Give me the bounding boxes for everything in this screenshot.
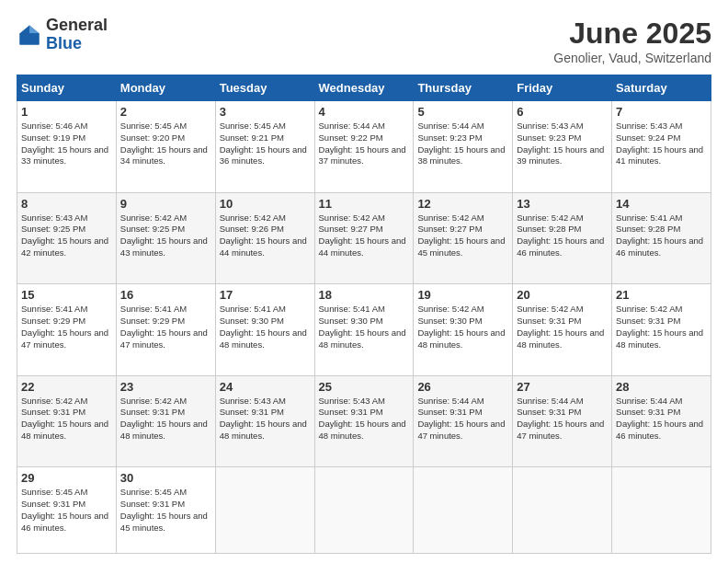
cell-info: Sunrise: 5:44 AMSunset: 9:31 PMDaylight:… (517, 396, 604, 441)
calendar-header-thursday: Thursday (414, 75, 513, 101)
calendar-cell: 9 Sunrise: 5:42 AMSunset: 9:25 PMDayligh… (116, 192, 215, 284)
cell-info: Sunrise: 5:42 AMSunset: 9:31 PMDaylight:… (21, 396, 108, 441)
calendar-cell: 18 Sunrise: 5:41 AMSunset: 9:30 PMDaylig… (314, 284, 414, 376)
cell-info: Sunrise: 5:44 AMSunset: 9:31 PMDaylight:… (417, 396, 505, 441)
day-number: 17 (220, 288, 311, 302)
day-number: 28 (616, 380, 707, 394)
calendar-cell: 1 Sunrise: 5:46 AMSunset: 9:19 PMDayligh… (17, 101, 117, 193)
day-number: 5 (417, 105, 508, 119)
calendar-cell: 5 Sunrise: 5:44 AMSunset: 9:23 PMDayligh… (414, 101, 513, 193)
calendar-cell: 2 Sunrise: 5:45 AMSunset: 9:20 PMDayligh… (116, 101, 215, 193)
calendar-cell: 25 Sunrise: 5:43 AMSunset: 9:31 PMDaylig… (314, 375, 414, 467)
day-number: 18 (319, 288, 410, 302)
day-number: 7 (616, 105, 707, 119)
cell-info: Sunrise: 5:41 AMSunset: 9:30 PMDaylight:… (220, 304, 307, 349)
day-number: 14 (616, 197, 707, 211)
calendar-cell: 26 Sunrise: 5:44 AMSunset: 9:31 PMDaylig… (414, 375, 513, 467)
logo-blue-text: Blue (46, 34, 82, 52)
day-number: 4 (319, 105, 410, 119)
cell-info: Sunrise: 5:42 AMSunset: 9:30 PMDaylight:… (417, 304, 505, 349)
cell-info: Sunrise: 5:42 AMSunset: 9:31 PMDaylight:… (517, 304, 604, 349)
calendar-cell: 16 Sunrise: 5:41 AMSunset: 9:29 PMDaylig… (116, 284, 215, 376)
header: General Blue June 2025 Genolier, Vaud, S… (17, 17, 711, 65)
calendar-header-sunday: Sunday (17, 75, 117, 101)
day-number: 9 (120, 197, 211, 211)
logo-general: General (46, 16, 108, 34)
calendar-cell (612, 467, 711, 554)
calendar-cell: 28 Sunrise: 5:44 AMSunset: 9:31 PMDaylig… (612, 375, 711, 467)
calendar-cell (414, 467, 513, 554)
cell-info: Sunrise: 5:42 AMSunset: 9:26 PMDaylight:… (220, 213, 307, 258)
cell-info: Sunrise: 5:44 AMSunset: 9:22 PMDaylight:… (319, 121, 406, 166)
day-number: 8 (21, 197, 112, 211)
logo-icon (17, 22, 42, 48)
cell-info: Sunrise: 5:43 AMSunset: 9:31 PMDaylight:… (220, 396, 307, 441)
calendar-cell: 6 Sunrise: 5:43 AMSunset: 9:23 PMDayligh… (513, 101, 612, 193)
cell-info: Sunrise: 5:43 AMSunset: 9:24 PMDaylight:… (616, 121, 703, 166)
calendar-week-1: 1 Sunrise: 5:46 AMSunset: 9:19 PMDayligh… (17, 101, 711, 193)
calendar-cell: 19 Sunrise: 5:42 AMSunset: 9:30 PMDaylig… (414, 284, 513, 376)
calendar-week-2: 8 Sunrise: 5:43 AMSunset: 9:25 PMDayligh… (17, 192, 711, 284)
cell-info: Sunrise: 5:42 AMSunset: 9:31 PMDaylight:… (616, 304, 703, 349)
page: General Blue June 2025 Genolier, Vaud, S… (0, 0, 728, 563)
calendar-cell: 11 Sunrise: 5:42 AMSunset: 9:27 PMDaylig… (314, 192, 414, 284)
calendar-cell: 22 Sunrise: 5:42 AMSunset: 9:31 PMDaylig… (17, 375, 117, 467)
cell-info: Sunrise: 5:42 AMSunset: 9:27 PMDaylight:… (417, 213, 505, 258)
day-number: 30 (120, 471, 211, 485)
day-number: 26 (417, 380, 508, 394)
cell-info: Sunrise: 5:45 AMSunset: 9:20 PMDaylight:… (120, 121, 208, 166)
svg-marker-1 (29, 25, 40, 33)
calendar-cell: 17 Sunrise: 5:41 AMSunset: 9:30 PMDaylig… (215, 284, 314, 376)
calendar-header-tuesday: Tuesday (215, 75, 314, 101)
calendar-header-friday: Friday (513, 75, 612, 101)
cell-info: Sunrise: 5:41 AMSunset: 9:28 PMDaylight:… (616, 213, 703, 258)
day-number: 1 (21, 105, 112, 119)
calendar-cell: 24 Sunrise: 5:43 AMSunset: 9:31 PMDaylig… (215, 375, 314, 467)
cell-info: Sunrise: 5:45 AMSunset: 9:21 PMDaylight:… (220, 121, 307, 166)
logo-text: General Blue (46, 17, 108, 53)
day-number: 20 (517, 288, 608, 302)
calendar-cell: 23 Sunrise: 5:42 AMSunset: 9:31 PMDaylig… (116, 375, 215, 467)
calendar-cell: 7 Sunrise: 5:43 AMSunset: 9:24 PMDayligh… (612, 101, 711, 193)
cell-info: Sunrise: 5:42 AMSunset: 9:27 PMDaylight:… (319, 213, 406, 258)
day-number: 13 (517, 197, 608, 211)
calendar-cell: 20 Sunrise: 5:42 AMSunset: 9:31 PMDaylig… (513, 284, 612, 376)
calendar-table: SundayMondayTuesdayWednesdayThursdayFrid… (17, 75, 711, 554)
calendar-cell: 3 Sunrise: 5:45 AMSunset: 9:21 PMDayligh… (215, 101, 314, 193)
calendar-header-monday: Monday (116, 75, 215, 101)
day-number: 15 (21, 288, 112, 302)
cell-info: Sunrise: 5:43 AMSunset: 9:31 PMDaylight:… (319, 396, 406, 441)
calendar-cell: 15 Sunrise: 5:41 AMSunset: 9:29 PMDaylig… (17, 284, 117, 376)
day-number: 10 (220, 197, 311, 211)
calendar-header-wednesday: Wednesday (314, 75, 414, 101)
cell-info: Sunrise: 5:41 AMSunset: 9:30 PMDaylight:… (319, 304, 406, 349)
day-number: 29 (21, 471, 112, 485)
calendar-cell: 8 Sunrise: 5:43 AMSunset: 9:25 PMDayligh… (17, 192, 117, 284)
cell-info: Sunrise: 5:44 AMSunset: 9:23 PMDaylight:… (417, 121, 505, 166)
calendar-cell: 12 Sunrise: 5:42 AMSunset: 9:27 PMDaylig… (414, 192, 513, 284)
day-number: 27 (517, 380, 608, 394)
logo: General Blue (17, 17, 108, 53)
calendar-cell: 27 Sunrise: 5:44 AMSunset: 9:31 PMDaylig… (513, 375, 612, 467)
main-title: June 2025 (553, 17, 711, 51)
svg-rect-2 (20, 33, 40, 44)
day-number: 23 (120, 380, 211, 394)
cell-info: Sunrise: 5:45 AMSunset: 9:31 PMDaylight:… (21, 487, 108, 532)
subtitle: Genolier, Vaud, Switzerland (553, 51, 711, 65)
calendar-cell: 29 Sunrise: 5:45 AMSunset: 9:31 PMDaylig… (17, 467, 117, 554)
day-number: 2 (120, 105, 211, 119)
calendar-header-saturday: Saturday (612, 75, 711, 101)
calendar-cell (513, 467, 612, 554)
calendar-cell: 21 Sunrise: 5:42 AMSunset: 9:31 PMDaylig… (612, 284, 711, 376)
calendar-cell (215, 467, 314, 554)
cell-info: Sunrise: 5:42 AMSunset: 9:31 PMDaylight:… (120, 396, 208, 441)
day-number: 3 (220, 105, 311, 119)
day-number: 6 (517, 105, 608, 119)
title-block: June 2025 Genolier, Vaud, Switzerland (553, 17, 711, 65)
cell-info: Sunrise: 5:42 AMSunset: 9:25 PMDaylight:… (120, 213, 208, 258)
day-number: 21 (616, 288, 707, 302)
day-number: 22 (21, 380, 112, 394)
day-number: 16 (120, 288, 211, 302)
day-number: 25 (319, 380, 410, 394)
cell-info: Sunrise: 5:46 AMSunset: 9:19 PMDaylight:… (21, 121, 108, 166)
